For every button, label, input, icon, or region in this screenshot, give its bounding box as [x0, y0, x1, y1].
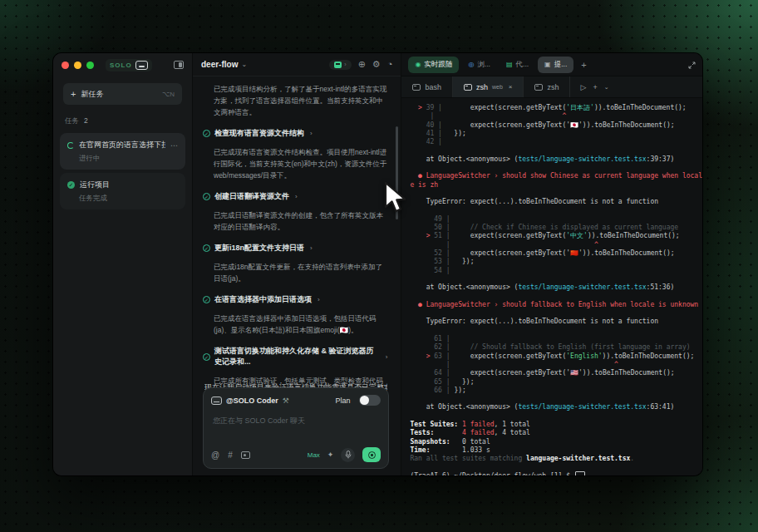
context-hash-icon[interactable]: #	[228, 451, 233, 460]
settings-gear-icon[interactable]: ⚙	[372, 60, 381, 69]
terminal-tab-label: zsh	[547, 83, 559, 91]
terminal-line: 64 | expect(screen.getByText('🇺🇸')).toBe…	[410, 369, 702, 377]
check-circle-icon: ✓	[203, 296, 210, 303]
new-terminal-button[interactable]: +	[593, 83, 597, 91]
terminal-line	[410, 395, 702, 403]
expand-panel-icon[interactable]	[688, 57, 696, 72]
chevron-right-icon: ›	[386, 353, 388, 361]
panel-tab[interactable]: ◎浏...	[461, 57, 497, 73]
panel-tab-label: 代...	[516, 60, 529, 70]
task-status: 进行中	[79, 154, 178, 164]
add-panel-tab-button[interactable]: +	[576, 60, 591, 70]
terminal-line	[410, 463, 702, 471]
close-icon[interactable]: ×	[509, 83, 513, 91]
checklist-item[interactable]: ✓检查现有语言资源文件结构›	[203, 128, 387, 139]
microphone-button[interactable]	[341, 448, 355, 462]
terminal-tab-bar: bashzshweb×zsh▷+⌄	[401, 76, 702, 98]
terminal-line: at Object.<anonymous> (tests/language-sw…	[410, 283, 702, 292]
image-attach-icon[interactable]	[241, 451, 250, 459]
task-card[interactable]: 在官网首页的语言选择下拉...⋯进行中	[60, 133, 185, 170]
mention-icon[interactable]: @	[211, 451, 219, 460]
checklist-item-label: 创建日语翻译资源文件	[214, 191, 289, 202]
panel-tab-label: 实时跟随	[424, 60, 452, 70]
terminal-line: Tests: 4 failed, 4 total	[410, 429, 702, 437]
checklist-item-label: 测试语言切换功能和持久化存储 & 验证浏览器历史记录和...	[214, 346, 380, 367]
check-circle-icon: ✓	[203, 353, 210, 361]
terminal-line: 62 | // Should fallback to English (firs…	[410, 343, 702, 352]
solo-icon	[135, 61, 148, 70]
terminal-line: 42 |	[410, 138, 702, 146]
new-chat-icon[interactable]: ⊕	[358, 60, 366, 69]
chat-input-placeholder[interactable]: 您正在与 SOLO Coder 聊天	[213, 416, 381, 426]
task-section-label: 任务	[65, 116, 79, 126]
checklist-item-label: 更新i18n配置文件支持日语	[214, 243, 304, 254]
terminal-line: 53 | });	[410, 258, 702, 266]
close-window-button[interactable]	[62, 62, 69, 69]
terminal-line: at Object.<anonymous> (tests/language-sw…	[410, 403, 702, 411]
task-card[interactable]: ✓运行项目任务完成	[60, 173, 185, 209]
zoom-window-button[interactable]	[86, 62, 94, 69]
terminal-line: 50 | // Check if Chinese is displayed as…	[410, 224, 702, 232]
tools-icon[interactable]: ⚒	[283, 397, 289, 405]
terminal-tab[interactable]: zsh	[524, 76, 570, 97]
new-task-shortcut: ⌥N	[162, 91, 175, 98]
terminal-line: e is zh	[410, 181, 702, 190]
terminal-tab-label: bash	[425, 83, 441, 91]
agent-badge-icon	[211, 397, 222, 405]
assistant-paragraph: 已完成在语言选择器中添加日语选项，包括日语代码(ja)、显示名称(日本語)和日本…	[214, 313, 387, 336]
checklist-item[interactable]: ✓在语言选择器中添加日语选项›	[203, 294, 387, 305]
sparkle-icon[interactable]: ✦	[327, 451, 334, 459]
new-task-button[interactable]: + 新任务 ⌥N	[63, 83, 182, 105]
terminal-line: 40 | expect(screen.getByText('🇯🇵')).toBe…	[410, 121, 702, 130]
terminal-dropdown-icon[interactable]: ⌄	[604, 84, 609, 91]
preview-pill-button[interactable]: ›	[329, 60, 351, 70]
checklist-item-label: 在语言选择器中添加日语选项	[214, 294, 312, 305]
checklist-item[interactable]: ✓更新i18n配置文件支持日语›	[203, 243, 387, 254]
stop-send-button[interactable]	[362, 447, 381, 462]
chevron-down-icon[interactable]: ⌄	[241, 61, 247, 68]
terminal-icon	[412, 84, 421, 91]
checklist-item[interactable]: ✓创建日语翻译资源文件›	[203, 191, 387, 202]
terminal-line: | ^	[410, 112, 702, 121]
chevron-right-icon: ›	[310, 130, 313, 137]
terminal-line: TypeError: expect(...).toBeInTheDocument…	[410, 198, 702, 206]
terminal-line: ● LanguageSwitcher › should fallback to …	[410, 301, 702, 309]
agent-name[interactable]: @SOLO Coder	[226, 397, 278, 405]
solo-mode-badge[interactable]: SOLO	[106, 59, 152, 71]
terminal-line: (TraeAI-6) ~/Desktop/deer-flow/web [1] $	[410, 472, 702, 475]
task-card-row: ✓运行项目	[67, 180, 178, 190]
follow-icon: ◉	[415, 61, 421, 68]
chevron-right-icon: ›	[295, 193, 298, 200]
code-icon: ▤	[506, 61, 513, 68]
terminal-tab-label: zsh	[476, 83, 488, 91]
panel-tab[interactable]: ◉实时跟随	[408, 57, 459, 73]
history-clock-icon[interactable]: ◔	[387, 60, 393, 69]
max-mode-label[interactable]: Max	[308, 451, 320, 459]
task-more-icon[interactable]: ⋯	[170, 141, 178, 150]
sidebar-toggle-icon[interactable]	[174, 61, 184, 69]
project-title[interactable]: deer-flow	[201, 60, 238, 69]
panel-tab-label: 提...	[554, 60, 568, 70]
task-title: 在官网首页的语言选择下拉...	[79, 140, 165, 150]
assistant-paragraph: 已完成项目结构分析，了解了基于next-intl的多语言实现方案，找到了语言选择…	[214, 83, 387, 118]
terminal-line: 66 | });	[410, 387, 702, 395]
panel-tab-label: 浏...	[477, 60, 490, 70]
terminal-tab[interactable]: bash	[401, 76, 453, 97]
panel-tab[interactable]: ▣提...	[538, 57, 573, 73]
terminal-tab-sublabel: web	[492, 84, 503, 90]
task-card-row: 在官网首页的语言选择下拉...⋯	[67, 140, 178, 150]
plan-toggle[interactable]	[359, 395, 381, 406]
terminal-line	[410, 293, 702, 301]
terminal-line: | ^	[410, 361, 702, 369]
chat-panel: deer-flow ⌄ › ⊕ ⚙ ◔ 已完成项目结构分析，了解了基于next-…	[193, 53, 401, 475]
terminal-line	[410, 275, 702, 283]
terminal-tab[interactable]: zshweb×	[453, 76, 524, 97]
checklist-item[interactable]: ✓测试语言切换功能和持久化存储 & 验证浏览器历史记录和...›	[203, 346, 387, 367]
panel-tab[interactable]: ▤代...	[500, 57, 535, 73]
terminal-actions: ▷+⌄	[570, 76, 618, 97]
terminal-output[interactable]: > 39 | expect(screen.getByText('日本語')).t…	[401, 98, 702, 475]
run-play-icon[interactable]: ▷	[580, 83, 586, 91]
minimize-window-button[interactable]	[74, 62, 81, 69]
terminal-line: Time: 1.033 s	[410, 446, 702, 455]
terminal-line: 61 |	[410, 335, 702, 343]
